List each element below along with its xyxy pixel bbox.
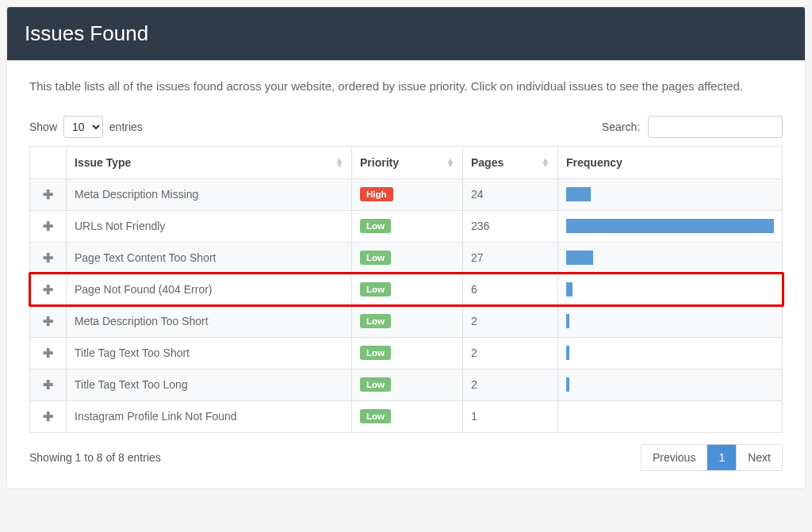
frequency-cell — [558, 400, 783, 432]
page-1-button[interactable]: 1 — [707, 445, 736, 470]
priority-badge: Low — [360, 377, 391, 392]
issue-cell: URLs Not Friendly — [67, 210, 352, 242]
col-issue-type[interactable]: Issue Type ▲▼ — [67, 146, 352, 178]
col-frequency: Frequency — [558, 146, 783, 178]
issue-cell: Page Text Content Too Short — [67, 242, 352, 274]
col-pages[interactable]: Pages ▲▼ — [463, 146, 558, 178]
table-row[interactable]: ✚URLs Not FriendlyLow236 — [30, 210, 783, 242]
length-control: Show 10 entries — [29, 116, 143, 138]
col-frequency-label: Frequency — [566, 156, 622, 169]
plus-icon[interactable]: ✚ — [43, 187, 53, 202]
frequency-bar — [566, 219, 774, 233]
priority-badge: Low — [360, 251, 391, 265]
pages-cell: 236 — [463, 210, 558, 242]
table-row[interactable]: ✚Title Tag Text Too ShortLow2 — [30, 337, 783, 369]
table-row[interactable]: ✚Page Not Found (404 Error)Low6 — [30, 274, 783, 305]
sort-icon: ▲▼ — [335, 158, 343, 167]
priority-badge: Low — [360, 346, 391, 360]
priority-cell: Low — [352, 242, 463, 274]
priority-cell: Low — [352, 337, 463, 369]
table-wrap: Issue Type ▲▼ Priority ▲▼ Pages ▲▼ Fre — [29, 146, 783, 433]
issue-cell: Instagram Profile Link Not Found — [67, 400, 352, 432]
priority-badge: Low — [360, 219, 391, 233]
table-row[interactable]: ✚Meta Description Too ShortLow2 — [30, 305, 783, 337]
priority-cell: Low — [352, 369, 463, 400]
table-row[interactable]: ✚Page Text Content Too ShortLow27 — [30, 242, 783, 274]
table-controls: Show 10 entries Search: — [29, 116, 783, 138]
frequency-bar — [566, 377, 569, 392]
pages-cell: 2 — [463, 337, 558, 369]
table-row[interactable]: ✚Instagram Profile Link Not FoundLow1 — [30, 400, 783, 432]
frequency-cell — [558, 178, 783, 210]
plus-icon[interactable]: ✚ — [43, 219, 53, 234]
issue-cell: Title Tag Text Too Short — [67, 337, 352, 369]
frequency-bar — [566, 314, 569, 328]
frequency-cell — [558, 369, 783, 400]
col-issue-type-label: Issue Type — [75, 156, 131, 169]
search-label: Search: — [602, 121, 640, 133]
page-title: Issues Found — [7, 7, 805, 60]
priority-badge: Low — [360, 314, 391, 328]
frequency-cell — [558, 274, 783, 305]
plus-icon[interactable]: ✚ — [43, 282, 53, 297]
frequency-bar — [566, 251, 593, 265]
priority-cell: Low — [352, 305, 463, 337]
expand-cell[interactable]: ✚ — [30, 400, 67, 432]
issue-cell: Page Not Found (404 Error) — [67, 274, 352, 305]
issues-panel: Issues Found This table lists all of the… — [6, 6, 806, 489]
frequency-cell — [558, 242, 783, 274]
panel-body: This table lists all of the issues found… — [7, 60, 805, 488]
expand-cell[interactable]: ✚ — [30, 210, 67, 242]
expand-cell[interactable]: ✚ — [30, 242, 67, 274]
plus-icon[interactable]: ✚ — [43, 409, 53, 424]
expand-cell[interactable]: ✚ — [30, 178, 67, 210]
pagination: Previous 1 Next — [641, 444, 783, 471]
issue-cell: Meta Description Too Short — [67, 305, 352, 337]
expand-cell[interactable]: ✚ — [30, 369, 67, 400]
search-control: Search: — [602, 116, 783, 138]
table-row[interactable]: ✚Title Tag Text Too LongLow2 — [30, 369, 783, 400]
pages-cell: 2 — [463, 305, 558, 337]
length-select[interactable]: 10 — [63, 116, 103, 138]
frequency-cell — [558, 337, 783, 369]
priority-cell: Low — [352, 400, 463, 432]
expand-cell[interactable]: ✚ — [30, 305, 67, 337]
priority-badge: High — [360, 187, 393, 201]
plus-icon[interactable]: ✚ — [43, 314, 53, 329]
frequency-bar — [566, 187, 591, 201]
pages-cell: 1 — [463, 400, 558, 432]
pages-cell: 27 — [463, 242, 558, 274]
sort-icon: ▲▼ — [542, 158, 550, 167]
pages-cell: 24 — [463, 178, 558, 210]
col-priority[interactable]: Priority ▲▼ — [352, 146, 463, 178]
issue-cell: Meta Description Missing — [67, 178, 352, 210]
priority-badge: Low — [360, 409, 391, 423]
info-text: Showing 1 to 8 of 8 entries — [29, 451, 161, 464]
next-button[interactable]: Next — [736, 445, 782, 470]
priority-cell: Low — [352, 210, 463, 242]
search-input[interactable] — [648, 116, 783, 138]
frequency-bar — [566, 282, 573, 297]
expand-cell[interactable]: ✚ — [30, 274, 67, 305]
col-pages-label: Pages — [471, 156, 504, 169]
col-expand — [30, 146, 67, 178]
frequency-bar — [566, 346, 569, 360]
prev-button[interactable]: Previous — [642, 445, 707, 470]
sort-icon: ▲▼ — [446, 158, 454, 167]
plus-icon[interactable]: ✚ — [43, 251, 53, 266]
priority-badge: Low — [360, 282, 391, 297]
pages-cell: 2 — [463, 369, 558, 400]
issue-cell: Title Tag Text Too Long — [67, 369, 352, 400]
length-suffix: entries — [109, 121, 143, 133]
plus-icon[interactable]: ✚ — [43, 346, 53, 361]
expand-cell[interactable]: ✚ — [30, 337, 67, 369]
priority-cell: Low — [352, 274, 463, 305]
table-footer: Showing 1 to 8 of 8 entries Previous 1 N… — [29, 444, 783, 471]
table-row[interactable]: ✚Meta Description MissingHigh24 — [30, 178, 783, 210]
length-prefix: Show — [29, 121, 57, 133]
intro-text: This table lists all of the issues found… — [29, 78, 783, 95]
priority-cell: High — [352, 178, 463, 210]
frequency-cell — [558, 210, 783, 242]
plus-icon[interactable]: ✚ — [43, 377, 53, 392]
issues-table: Issue Type ▲▼ Priority ▲▼ Pages ▲▼ Fre — [29, 146, 783, 433]
